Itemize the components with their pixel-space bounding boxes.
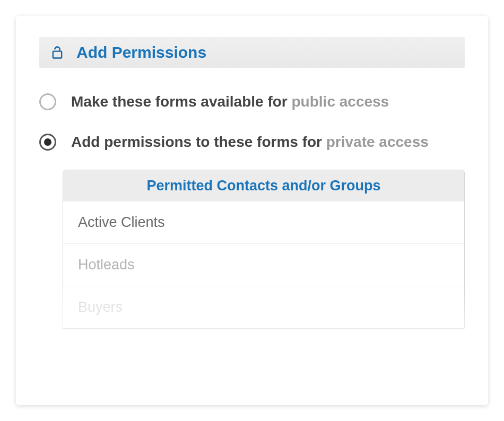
radio-label-private-suffix: private access (326, 134, 429, 150)
radio-label-private: Add permissions to these forms for priva… (71, 134, 429, 151)
permitted-groups-list: Active Clients Hotleads Buyers (63, 201, 464, 328)
radio-label-private-main: Add permissions to these forms for (71, 134, 326, 150)
radio-option-public[interactable]: Make these forms available for public ac… (39, 89, 465, 115)
permissions-card: Add Permissions Make these forms availab… (16, 16, 488, 405)
permitted-groups-title: Permitted Contacts and/or Groups (63, 170, 464, 201)
section-header: Add Permissions (39, 37, 465, 68)
permitted-groups-panel: Permitted Contacts and/or Groups Active … (63, 170, 465, 329)
list-item[interactable]: Active Clients (63, 201, 464, 244)
radio-indicator-public (39, 93, 56, 110)
section-title: Add Permissions (76, 43, 206, 62)
list-item[interactable]: Buyers (63, 286, 464, 328)
radio-label-public-main: Make these forms available for (71, 93, 292, 110)
radio-label-public: Make these forms available for public ac… (71, 93, 389, 110)
unlock-icon (50, 45, 65, 60)
radio-indicator-private (39, 134, 56, 151)
radio-label-public-suffix: public access (292, 93, 389, 110)
list-item[interactable]: Hotleads (63, 244, 464, 286)
radio-option-private[interactable]: Add permissions to these forms for priva… (39, 129, 465, 155)
